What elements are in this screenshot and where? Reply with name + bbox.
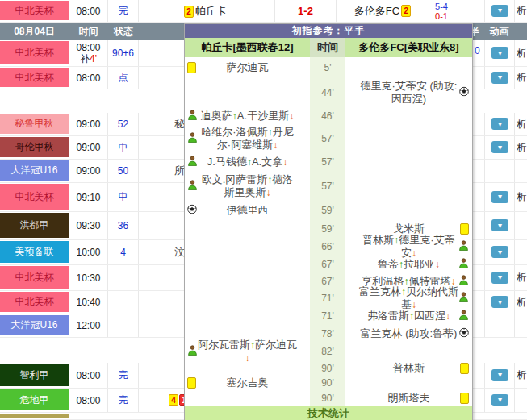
event-away-cell: 富兰克林 (助攻:鲁蒂) bbox=[345, 325, 472, 343]
date-header: 08月04日 bbox=[0, 23, 69, 40]
animation-button[interactable]: ▾ bbox=[491, 72, 508, 84]
match-score: 1-2 bbox=[274, 0, 337, 22]
match-status: 完 bbox=[108, 389, 139, 412]
event-row: 迪奥萨↑A.干沙里斯↓46' bbox=[185, 107, 472, 125]
chevron-down-icon: ▾ bbox=[498, 248, 502, 256]
time-value: 09:10 bbox=[76, 192, 100, 203]
event-row: 66'普林斯↑德里克·艾蒂安↓ bbox=[185, 238, 472, 256]
time-value: 09:00 bbox=[76, 165, 100, 177]
match-status bbox=[108, 314, 139, 337]
analysis-link[interactable]: 析 bbox=[517, 113, 526, 135]
match-status: 50 bbox=[108, 160, 139, 182]
match-row[interactable]: 中北美杯08:00完2帕丘卡1-2多伦多FC25-40-1▾析 bbox=[0, 0, 527, 23]
event-player-text: 塞尔吉奥 bbox=[215, 376, 281, 389]
away-yellow-cards-badge: 2 bbox=[401, 5, 411, 17]
animation-button[interactable]: ▾ bbox=[491, 219, 508, 231]
event-away-cell bbox=[345, 57, 472, 78]
chevron-down-icon: ▾ bbox=[498, 396, 502, 404]
league-label: 中北美杯 bbox=[0, 184, 69, 210]
player-in: 鲁蒂 bbox=[378, 258, 399, 270]
animation-button[interactable]: ▾ bbox=[491, 394, 508, 406]
chevron-down-icon: ▾ bbox=[498, 371, 502, 379]
player-substitution-icon bbox=[458, 240, 469, 253]
event-away-cell bbox=[345, 107, 472, 125]
animation-button[interactable]: ▾ bbox=[491, 141, 508, 153]
soccer-ball-icon bbox=[187, 205, 197, 217]
time-header: 时间 bbox=[69, 23, 108, 40]
player-in: 哈维尔·洛佩斯 bbox=[201, 126, 267, 138]
column-divider bbox=[484, 212, 485, 239]
sub-out-arrow-icon: ↓ bbox=[266, 187, 271, 198]
match-status: 完 bbox=[108, 363, 139, 388]
match-time: 10:30 bbox=[69, 265, 108, 290]
event-row: 90'普林斯 bbox=[185, 360, 472, 376]
time-value: 08:00 bbox=[76, 73, 100, 84]
event-player-text: 萨尔迪瓦 bbox=[215, 61, 281, 74]
animation-button[interactable]: ▾ bbox=[491, 5, 508, 17]
animation-button[interactable]: ▾ bbox=[491, 47, 508, 59]
chevron-down-icon: ▾ bbox=[498, 6, 502, 15]
column-divider bbox=[514, 389, 515, 412]
popup-footer-tech-stats: 技术统计 bbox=[185, 406, 472, 420]
league-label: 智利甲 bbox=[0, 364, 69, 386]
event-player-text: 普林斯 bbox=[381, 362, 437, 375]
event-home-cell bbox=[185, 256, 310, 272]
match-status: 52 bbox=[108, 113, 139, 135]
player-substitution-icon bbox=[187, 132, 198, 145]
event-minute: 57' bbox=[310, 172, 345, 201]
analysis-link[interactable]: 析 bbox=[517, 291, 526, 314]
match-status: 完 bbox=[108, 0, 139, 22]
analysis-link[interactable]: 析 bbox=[517, 67, 526, 89]
home-yellow-cards-badge: 2 bbox=[184, 6, 194, 18]
event-away-cell: 弗洛雷斯↑因西涅↓ bbox=[345, 307, 472, 325]
event-player-text: J.马钱德↑A.文拿↓ bbox=[195, 156, 299, 168]
analysis-link[interactable]: 析 bbox=[517, 183, 526, 211]
animation-button[interactable]: ▾ bbox=[491, 272, 508, 284]
half-score-fragment: 0 bbox=[475, 45, 480, 56]
yellow-card-icon bbox=[460, 223, 469, 235]
player-in: 富兰克林 bbox=[359, 285, 401, 297]
player-out: 拉耶亚 bbox=[404, 258, 435, 270]
popup-header-row: 帕丘卡[墨西联春12] 时间 多伦多FC[美职业东8] bbox=[185, 38, 472, 57]
analysis-link[interactable]: 析 bbox=[517, 363, 526, 388]
animation-button[interactable]: ▾ bbox=[491, 369, 508, 381]
event-away-cell: 鲁蒂↑拉耶亚↓ bbox=[345, 256, 472, 272]
analysis-link[interactable]: 析 bbox=[517, 40, 526, 66]
event-minute: 57' bbox=[310, 125, 345, 152]
column-divider bbox=[514, 291, 515, 314]
event-home-cell bbox=[185, 390, 310, 406]
time-value: 09:30 bbox=[76, 220, 100, 231]
match-status: 36 bbox=[108, 212, 139, 239]
popup-title: 初指参考：平手 bbox=[185, 24, 472, 38]
league-label: 秘鲁甲秋 bbox=[0, 114, 69, 134]
event-minute: 67' bbox=[310, 256, 345, 272]
match-time: 08:00 bbox=[69, 363, 108, 388]
animation-button[interactable]: ▾ bbox=[491, 296, 508, 308]
yellow-card-icon bbox=[187, 62, 196, 73]
league-label bbox=[0, 414, 69, 418]
event-player-text: 朗斯塔夫 bbox=[376, 392, 442, 405]
event-home-cell bbox=[185, 78, 310, 107]
column-divider bbox=[514, 136, 515, 159]
animation-button[interactable]: ▾ bbox=[491, 246, 508, 258]
extra-time-value: 4' bbox=[90, 53, 97, 64]
events-list: 萨尔迪瓦5'44'德里克·艾蒂安 (助攻:因西涅)迪奥萨↑A.干沙里斯↓46'哈… bbox=[185, 57, 472, 406]
analysis-link[interactable]: 析 bbox=[517, 265, 526, 290]
analysis-link[interactable]: 析 bbox=[517, 136, 526, 159]
sub-out-arrow-icon: ↓ bbox=[282, 156, 287, 168]
yellow-cards-badge: 4 bbox=[169, 394, 178, 406]
event-minute: 66' bbox=[310, 238, 345, 256]
animation-button[interactable]: ▾ bbox=[491, 191, 508, 203]
animation-button[interactable]: ▾ bbox=[491, 118, 508, 130]
analysis-link[interactable]: 析 bbox=[517, 0, 526, 22]
away-team-label: 多伦多FC bbox=[354, 4, 399, 19]
column-divider bbox=[514, 240, 515, 264]
event-player-text: 哈维尔·洛佩斯↑丹尼尔·阿塞维斯↓ bbox=[185, 126, 310, 152]
league-label: 中北美杯 bbox=[0, 266, 69, 289]
sub-out-arrow-icon: ↓ bbox=[435, 259, 440, 270]
column-divider bbox=[514, 0, 515, 22]
player-in: 普林斯 bbox=[362, 234, 394, 246]
event-player-text: 迪奥萨↑A.干沙里斯↓ bbox=[189, 110, 306, 123]
event-minute: 82' bbox=[310, 343, 345, 360]
event-row: 欧文.冈萨雷斯↑德洛斯里奥斯↓57' bbox=[185, 172, 472, 201]
